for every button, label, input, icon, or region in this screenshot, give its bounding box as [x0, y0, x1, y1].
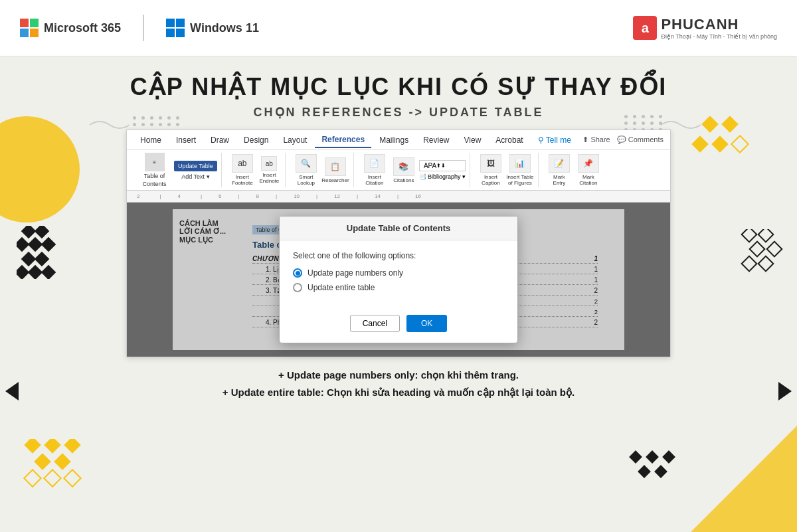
phucanh-name: PHUCANH — [661, 16, 777, 33]
radio-page-numbers-label: Update page numbers only — [308, 268, 403, 278]
phucanh-text-block: PHUCANH Điện Thoại - Máy Tính - Thiết bị… — [661, 16, 777, 40]
svg-rect-24 — [34, 453, 50, 470]
svg-rect-34 — [654, 465, 667, 478]
svg-marker-29 — [691, 426, 797, 532]
insert-caption-btn[interactable]: 🖼 InsertCaption — [477, 154, 505, 186]
dialog-question: Select one of the following options: — [293, 251, 504, 260]
radio-update-page-numbers[interactable]: Update page numbers only — [293, 268, 504, 278]
main-title: CẬP NHẬT MỤC LỤC KHI CÓ SỰ THAY ĐỔI — [0, 73, 797, 101]
svg-rect-20 — [758, 256, 774, 272]
phucanh-icon: a — [633, 16, 657, 40]
endnote-icon: ab — [261, 156, 277, 171]
radio-page-numbers-circle — [293, 268, 302, 278]
deco-dots-top-left — [133, 116, 181, 126]
ruler: 2 | 4 | 6 | 8 | 10 | 12 | 14 | 16 — [127, 191, 670, 203]
ms-grid-icon — [20, 19, 39, 37]
bottom-line1: + Update page numbers only: chọn khi thê… — [13, 367, 784, 384]
svg-rect-14 — [41, 265, 56, 279]
main-content: CẬP NHẬT MỤC LỤC KHI CÓ SỰ THAY ĐỔI CHỌN… — [0, 56, 797, 532]
svg-rect-25 — [54, 453, 70, 470]
radio-entire-table-circle — [293, 283, 302, 292]
svg-rect-8 — [28, 237, 43, 252]
svg-rect-2 — [691, 135, 708, 152]
tab-mailings[interactable]: Mailings — [373, 133, 415, 147]
svg-rect-6 — [35, 226, 50, 238]
insert-citation-btn[interactable]: 📄 InsertCitation — [361, 154, 389, 186]
insert-footnote-btn[interactable]: ab InsertFootnote — [228, 154, 256, 186]
insert-caption-icon: 🖼 — [480, 154, 501, 173]
ribbon: Home Insert Draw Design Layout Reference… — [127, 130, 670, 191]
index-group: 📝 MarkEntry 📌 MarkCitation — [541, 153, 606, 187]
phucanh-logo: a PHUCANH Điện Thoại - Máy Tính - Thiết … — [633, 16, 777, 40]
svg-rect-23 — [64, 439, 80, 454]
tab-acrobat[interactable]: Acrobat — [489, 133, 529, 147]
table-of-contents-btn[interactable]: ≡ Table of Contents — [136, 153, 173, 187]
research-group: 🔍 SmartLookup 📋 Researcher — [288, 153, 354, 187]
ms365-label: Microsoft 365 — [44, 21, 121, 35]
svg-rect-4 — [731, 135, 748, 152]
table-figures-icon: 📊 — [509, 154, 531, 173]
toc-sub-group: Update Table Add Text ▾ — [174, 161, 217, 180]
svg-rect-5 — [21, 226, 37, 238]
share-btn[interactable]: ⬆ Share — [582, 135, 610, 144]
bottom-line2: + Update entire table: Chọn khi sửa head… — [13, 384, 784, 401]
brand-section: Microsoft 365 Windows 11 — [20, 15, 259, 41]
tab-insert[interactable]: Insert — [169, 133, 203, 147]
deco-circle-yellow — [0, 116, 80, 222]
dialog-title: Update Table of Contents — [280, 217, 517, 240]
tab-draw[interactable]: Draw — [204, 133, 236, 147]
researcher-btn[interactable]: 📋 Researcher — [321, 157, 349, 183]
mark-entry-btn[interactable]: 📝 MarkEntry — [545, 154, 573, 186]
toc-label: Table of — [144, 173, 165, 179]
svg-rect-33 — [638, 465, 651, 478]
footnote-group: ab InsertFootnote ab InsertEndnote — [224, 153, 286, 187]
deco-outline-diamonds-right — [737, 229, 784, 282]
add-text-btn[interactable]: Add Text ▾ — [174, 173, 217, 180]
insert-endnote-btn[interactable]: ab InsertEndnote — [258, 156, 281, 184]
left-arrow-deco — [5, 382, 19, 400]
ok-button[interactable]: OK — [406, 315, 447, 332]
svg-rect-19 — [742, 256, 757, 272]
add-text-label: Add Text ▾ — [181, 173, 209, 180]
dialog-body: Select one of the following options: Upd… — [280, 240, 517, 308]
tab-review[interactable]: Review — [416, 133, 456, 147]
deco-bottom-diamonds — [628, 446, 681, 486]
bibliography-icon: 📑 — [419, 173, 426, 180]
svg-rect-3 — [711, 135, 728, 152]
update-table-btn[interactable]: Update Table — [174, 161, 217, 171]
citation-group: 📄 InsertCitation 📚 Citations APA ⬆⬇ 📑 — [357, 153, 470, 187]
cancel-button[interactable]: Cancel — [350, 315, 400, 332]
dialog-footer: Cancel OK — [280, 308, 517, 343]
footnote-icon: ab — [232, 154, 253, 173]
insert-table-figures-btn[interactable]: 📊 Insert Tableof Figures — [506, 154, 534, 186]
svg-rect-28 — [64, 470, 80, 486]
citations-btn[interactable]: 📚 Citations — [390, 157, 418, 183]
doc-area: CÁCH LÀM LỜI CÁM Ơ... MỤC LỤC Table of C… — [127, 203, 670, 357]
svg-rect-30 — [629, 450, 642, 464]
svg-rect-18 — [767, 242, 782, 257]
style-group: APA ⬆⬇ 📑 Bibliography ▾ — [419, 160, 466, 180]
tab-layout[interactable]: Layout — [276, 133, 313, 147]
tab-references[interactable]: References — [315, 132, 371, 148]
svg-rect-21 — [24, 439, 41, 454]
svg-rect-17 — [750, 242, 765, 257]
tab-home[interactable]: Home — [133, 133, 168, 147]
mark-citation-btn[interactable]: 📌 MarkCitation — [575, 154, 602, 186]
top-bar: Microsoft 365 Windows 11 a PHUCANH Điện … — [0, 0, 797, 56]
svg-rect-22 — [44, 439, 60, 454]
win11-logo: Windows 11 — [166, 19, 259, 37]
svg-rect-12 — [17, 265, 29, 279]
radio-update-entire-table[interactable]: Update entire table — [293, 283, 504, 292]
apa-style-dropdown[interactable]: APA ⬆⬇ — [419, 160, 466, 171]
smart-lookup-btn[interactable]: 🔍 SmartLookup — [292, 154, 320, 186]
deco-yellow-large-tr — [691, 426, 797, 532]
comments-btn[interactable]: 💬 Comments — [617, 135, 664, 144]
phucanh-logo-area: a PHUCANH Điện Thoại - Máy Tính - Thiết … — [633, 16, 777, 40]
tab-design[interactable]: Design — [237, 133, 275, 147]
tab-tellme[interactable]: ⚲ Tell me — [531, 133, 578, 147]
svg-rect-10 — [21, 252, 37, 267]
tab-view[interactable]: View — [458, 133, 488, 147]
right-arrow-deco — [778, 382, 792, 400]
svg-rect-27 — [44, 470, 60, 486]
bibliography-btn[interactable]: 📑 Bibliography ▾ — [419, 173, 466, 180]
